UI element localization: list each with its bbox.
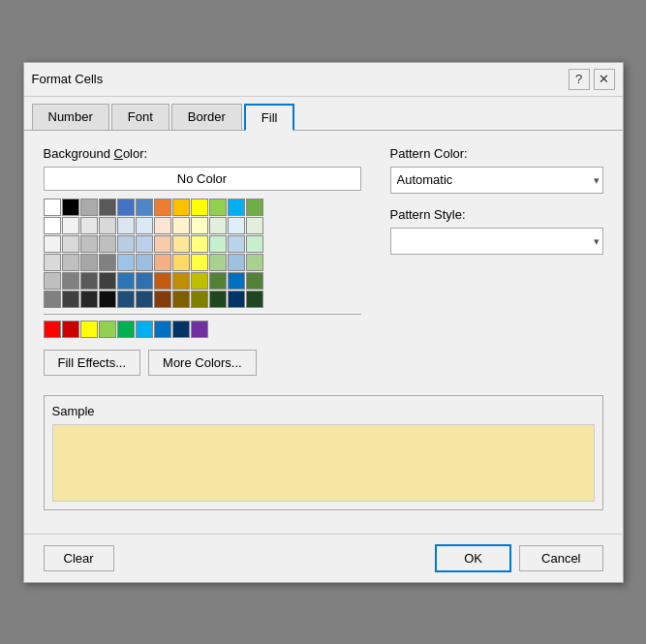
color-black[interactable] bbox=[62, 199, 79, 216]
color-gray2[interactable] bbox=[99, 199, 116, 216]
more-colors-button[interactable]: More Colors... bbox=[148, 350, 257, 376]
pattern-style-label: Pattern Style: bbox=[390, 207, 603, 222]
sample-preview bbox=[52, 424, 595, 502]
left-column: Background Color: No Color bbox=[44, 146, 361, 376]
two-column-layout: Background Color: No Color bbox=[44, 146, 603, 376]
standard-color-grid bbox=[44, 199, 361, 308]
pattern-color-label: Pattern Color: bbox=[390, 146, 603, 161]
sample-section: Sample bbox=[44, 395, 603, 510]
tabs-bar: Number Font Border Fill bbox=[24, 97, 623, 131]
dialog-title: Format Cells bbox=[32, 72, 104, 86]
title-bar-controls: ? ✕ bbox=[569, 69, 615, 90]
color-green2[interactable] bbox=[246, 199, 263, 216]
clear-button[interactable]: Clear bbox=[44, 545, 114, 571]
tab-font[interactable]: Font bbox=[111, 104, 169, 131]
pattern-style-select[interactable] bbox=[390, 228, 603, 255]
color-yellow2[interactable] bbox=[191, 199, 208, 216]
fill-tab-content: Background Color: No Color bbox=[24, 131, 623, 526]
bottom-bar: Clear OK Cancel bbox=[24, 534, 623, 582]
color-orange[interactable] bbox=[154, 199, 171, 216]
pattern-color-dropdown-wrap: Automatic ▾ bbox=[390, 167, 603, 194]
color-row-4 bbox=[44, 291, 361, 308]
ok-button[interactable]: OK bbox=[435, 544, 511, 572]
no-color-button[interactable]: No Color bbox=[44, 167, 361, 191]
color-cyan[interactable] bbox=[228, 199, 245, 216]
color-yellow1[interactable] bbox=[172, 199, 190, 216]
close-button[interactable]: ✕ bbox=[594, 69, 615, 90]
tab-fill[interactable]: Fill bbox=[244, 104, 295, 131]
cancel-button[interactable]: Cancel bbox=[519, 545, 602, 571]
pattern-color-select[interactable]: Automatic bbox=[390, 167, 603, 194]
color-row-standard bbox=[44, 199, 361, 216]
color-blue2[interactable] bbox=[136, 199, 153, 216]
sample-label: Sample bbox=[52, 404, 595, 418]
color-row-3 bbox=[44, 272, 361, 290]
background-color-label: Background Color: bbox=[44, 146, 361, 161]
color-row-1 bbox=[44, 235, 361, 253]
color-row-2 bbox=[44, 254, 361, 271]
color-white[interactable] bbox=[44, 199, 61, 216]
color-row-0 bbox=[44, 217, 361, 234]
format-cells-dialog: Format Cells ? ✕ Number Font Border Fill… bbox=[23, 62, 624, 583]
help-button[interactable]: ? bbox=[569, 69, 590, 90]
tab-border[interactable]: Border bbox=[171, 104, 242, 131]
right-column: Pattern Color: Automatic ▾ Pattern Style… bbox=[390, 146, 603, 376]
title-bar: Format Cells ? ✕ bbox=[24, 63, 623, 97]
color-green1[interactable] bbox=[209, 199, 227, 216]
extra-buttons: Fill Effects... More Colors... bbox=[44, 350, 361, 376]
color-blue1[interactable] bbox=[117, 199, 135, 216]
accent-color-row bbox=[44, 321, 361, 338]
fill-effects-button[interactable]: Fill Effects... bbox=[44, 350, 141, 376]
tab-number[interactable]: Number bbox=[32, 104, 109, 131]
color-gray1[interactable] bbox=[80, 199, 98, 216]
pattern-style-dropdown-wrap: ▾ bbox=[390, 228, 603, 255]
